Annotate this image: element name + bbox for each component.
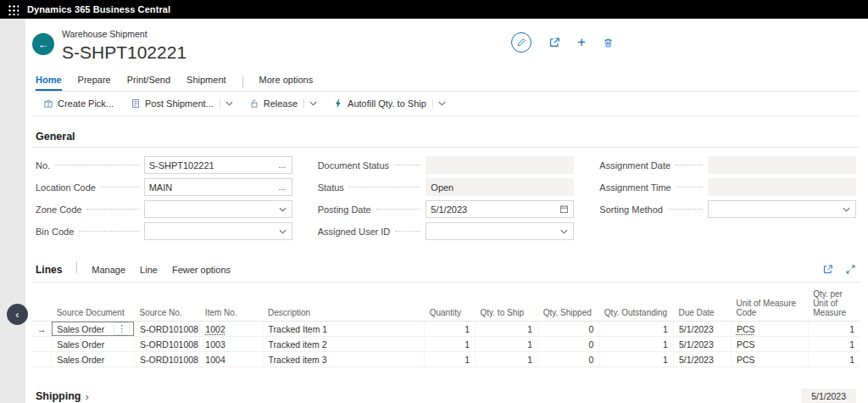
col-description[interactable]: Description [263, 288, 425, 322]
cell-qty-shipped[interactable]: 0 [538, 337, 599, 352]
shipping-section-header[interactable]: Shipping › 5/1/2023 [32, 386, 860, 403]
cell-qty-outstanding[interactable]: 1 [599, 322, 674, 337]
cell-qty-to-ship[interactable]: 1 [475, 322, 537, 337]
lines-tab-fewer-options[interactable]: Fewer options [172, 265, 231, 275]
share-button[interactable] [548, 36, 560, 48]
cell-item-no[interactable]: 1002 [200, 322, 263, 337]
tab-shipment[interactable]: Shipment [186, 75, 225, 91]
expand-lines-button[interactable] [845, 264, 856, 275]
lines-tab-manage[interactable]: Manage [92, 265, 125, 275]
release-dropdown-button[interactable] [303, 98, 322, 109]
tab-print-send[interactable]: Print/Send [127, 75, 170, 91]
assigned-user-id-input[interactable] [431, 223, 557, 239]
zone-code-dropdown-button[interactable] [275, 207, 290, 212]
no-assist-button[interactable]: ... [275, 160, 289, 170]
lines-title[interactable]: Lines [36, 264, 62, 276]
chevron-down-icon [560, 229, 568, 234]
cell-unit-of-measure-code[interactable]: PCS [731, 337, 808, 352]
chevron-down-icon [843, 207, 850, 212]
cell-qty-shipped[interactable]: 0 [538, 322, 599, 337]
cell-qty-outstanding[interactable]: 1 [599, 352, 674, 367]
col-qty-outstanding[interactable]: Qty. Outstanding [599, 288, 674, 322]
assigned-user-id-dropdown-button[interactable] [557, 229, 571, 234]
cell-qty-per-unit-of-measure[interactable]: 1 [808, 322, 860, 337]
app-title[interactable]: Dynamics 365 Business Central [27, 4, 170, 14]
col-qty-shipped[interactable]: Qty. Shipped [538, 288, 599, 322]
field-no: No. ... [36, 156, 292, 174]
bin-code-input-control [144, 222, 292, 240]
col-due-date[interactable]: Due Date [673, 288, 731, 322]
cell-qty-per-unit-of-measure[interactable]: 1 [808, 337, 860, 352]
delete-button[interactable] [603, 37, 614, 48]
location-code-assist-button[interactable]: ... [275, 182, 289, 192]
table-row[interactable]: Sales Order S-ORD101008 1003 Tracked ite… [32, 337, 860, 352]
posting-date-label: Posting Date [318, 204, 371, 215]
bin-code-dropdown-button[interactable] [275, 229, 290, 234]
posting-date-calendar-button[interactable] [557, 204, 571, 214]
cell-source-document[interactable]: Sales Order ⋮ [52, 322, 135, 337]
cell-source-document[interactable]: Sales Order [52, 337, 135, 352]
cell-quantity[interactable]: 1 [425, 352, 476, 367]
share-lines-button[interactable] [822, 264, 833, 275]
table-row[interactable]: Sales Order S-ORD101008 1004 Tracked ite… [32, 352, 860, 367]
cell-qty-outstanding[interactable]: 1 [599, 337, 674, 352]
cell-item-no[interactable]: 1004 [200, 352, 263, 367]
tab-home[interactable]: Home [36, 75, 62, 91]
col-unit-of-measure-code[interactable]: Unit of Measure Code [731, 288, 808, 322]
cell-description[interactable]: Tracked Item 1 [263, 322, 425, 337]
general-section-header[interactable]: General [32, 128, 860, 148]
tab-more-options[interactable]: More options [259, 75, 314, 91]
calendar-icon [559, 204, 569, 214]
cell-due-date[interactable]: 5/1/2023 [673, 352, 731, 367]
location-code-input[interactable] [149, 179, 275, 195]
cell-qty-shipped[interactable]: 0 [538, 352, 599, 367]
dotted-leader [676, 187, 703, 188]
col-qty-to-ship[interactable]: Qty. to Ship [475, 288, 537, 322]
col-source-document[interactable]: Source Document [52, 288, 135, 322]
cell-source-no[interactable]: S-ORD101008 [135, 352, 200, 367]
posting-date-input[interactable] [431, 201, 557, 217]
cell-quantity[interactable]: 1 [425, 337, 476, 352]
sorting-method-input[interactable] [713, 201, 839, 217]
cell-qty-to-ship[interactable]: 1 [475, 352, 537, 367]
cell-item-no[interactable]: 1003 [200, 337, 263, 352]
autofill-dropdown-button[interactable] [432, 98, 451, 109]
autofill-qty-button[interactable]: Autofill Qty. to Ship [327, 96, 432, 111]
release-button[interactable]: Release [243, 96, 303, 111]
cell-source-no[interactable]: S-ORD101008 [135, 322, 200, 337]
col-item-no[interactable]: Item No. [200, 288, 263, 322]
cell-due-date[interactable]: 5/1/2023 [673, 322, 731, 337]
collapse-panel-button[interactable]: ‹ [7, 304, 28, 325]
chevron-right-icon[interactable]: › [85, 390, 88, 403]
sorting-method-dropdown-button[interactable] [839, 207, 854, 212]
cell-qty-per-unit-of-measure[interactable]: 1 [808, 352, 860, 367]
waffle-menu-icon[interactable] [8, 4, 19, 15]
col-qty-per-unit-of-measure[interactable]: Qty. per Unit of Measure [808, 288, 860, 322]
cell-qty-to-ship[interactable]: 1 [475, 337, 537, 352]
cell-quantity[interactable]: 1 [425, 322, 476, 337]
back-button[interactable]: ← [32, 33, 54, 55]
post-shipment-button[interactable]: Post Shipment... [125, 96, 220, 111]
lines-tab-line[interactable]: Line [140, 265, 158, 275]
cell-unit-of-measure-code[interactable]: PCS [731, 322, 808, 337]
post-shipment-dropdown-button[interactable] [220, 98, 238, 109]
edit-button[interactable] [511, 32, 531, 53]
no-input[interactable] [149, 157, 275, 173]
cell-description[interactable]: Tracked item 2 [263, 337, 425, 352]
tab-prepare[interactable]: Prepare [78, 75, 111, 91]
cell-unit-of-measure-code[interactable]: PCS [731, 352, 808, 367]
table-header-row: Source Document Source No. Item No. Desc… [32, 288, 860, 322]
zone-code-input[interactable] [149, 201, 275, 217]
col-source-no[interactable]: Source No. [135, 288, 200, 322]
cell-description[interactable]: Tracked item 3 [263, 352, 425, 367]
bin-code-input[interactable] [149, 223, 275, 239]
table-row[interactable]: → Sales Order ⋮ S-ORD101008 1002 Tracked… [32, 322, 860, 337]
cell-source-no[interactable]: S-ORD101008 [135, 337, 200, 352]
breadcrumb[interactable]: Warehouse Shipment [62, 29, 186, 39]
new-button[interactable]: + [577, 34, 586, 51]
cell-source-document[interactable]: Sales Order [52, 352, 135, 367]
row-menu-button[interactable]: ⋮ [114, 323, 129, 334]
create-pick-button[interactable]: Create Pick... [37, 96, 120, 111]
col-quantity[interactable]: Quantity [425, 288, 476, 322]
cell-due-date[interactable]: 5/1/2023 [673, 337, 731, 352]
